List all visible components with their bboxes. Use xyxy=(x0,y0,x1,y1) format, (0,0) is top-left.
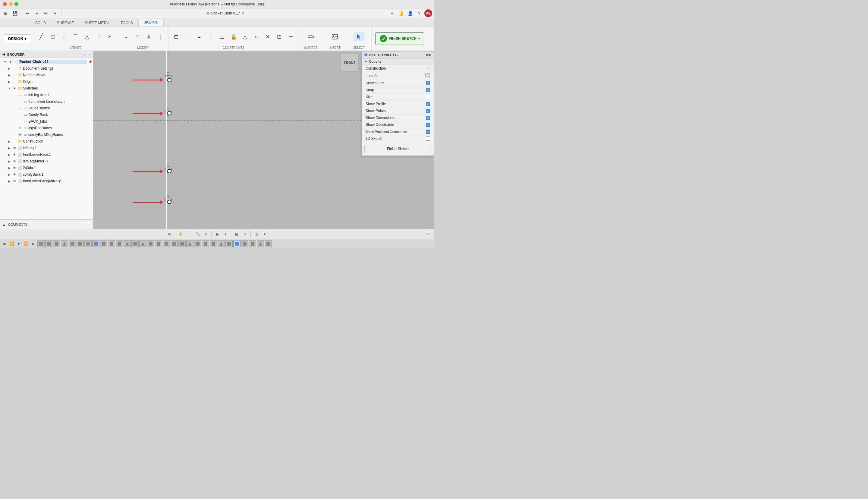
eye-icon[interactable]: 👁 xyxy=(12,153,17,157)
eye-hidden-icon[interactable]: — xyxy=(17,119,22,123)
expand-icon[interactable]: ▶ xyxy=(7,73,11,77)
show-constraints-checkbox[interactable]: ✓ xyxy=(426,123,430,127)
lock-tool[interactable]: 🔒 xyxy=(228,33,239,41)
symmetry-tool[interactable]: ⊡ xyxy=(274,33,285,41)
sketch-point-2[interactable] xyxy=(167,111,171,115)
expand-icon[interactable]: ▶ xyxy=(7,172,11,177)
timeline-item-27[interactable] xyxy=(241,240,248,247)
close-window-btn[interactable] xyxy=(3,2,7,6)
help-btn[interactable]: ? xyxy=(415,9,423,17)
tree-item-left-leg-1[interactable]: ▶ 👁 ⬜ leftLeg:1 xyxy=(0,145,93,151)
tab-surface[interactable]: SURFACE xyxy=(52,19,79,26)
tree-item-left-leg-mirror-1[interactable]: ▶ 👁 ⬜ leftLeg(Mirror):1 xyxy=(0,158,93,165)
redo-btn[interactable]: ↪ xyxy=(42,9,50,17)
line2-tool[interactable]: ⟋ xyxy=(93,33,104,41)
timeline-item-22[interactable] xyxy=(202,240,209,247)
pan-btn[interactable]: ✋ xyxy=(177,231,184,238)
eye-hidden-icon[interactable]: — xyxy=(17,93,22,97)
timeline-item-9[interactable] xyxy=(100,240,107,247)
tree-item-left-leg-sketch[interactable]: — ▭ left leg sketch xyxy=(0,92,93,98)
tree-item-front-lower-face-1[interactable]: ▶ 👁 ⬜ frontLowerFace:1 xyxy=(0,151,93,158)
finish-sketch-palette-btn[interactable]: Finish Sketch xyxy=(364,145,431,153)
project-tool[interactable]: ⇓ xyxy=(144,33,154,41)
timeline-next-btn[interactable]: ⏩ xyxy=(23,241,29,247)
palette-row-construction[interactable]: Construction ◁ xyxy=(362,65,434,72)
tree-item-comfy-back-dog-bones[interactable]: 👁 ▭ comfyBackDogBones xyxy=(0,131,93,138)
midpoint-tool[interactable]: △ xyxy=(240,33,250,41)
trim-tool[interactable]: ✂ xyxy=(105,33,115,40)
timeline-item-18[interactable] xyxy=(171,240,178,247)
palette-row-look-at[interactable]: Look At xyxy=(362,72,434,80)
timeline-item-17[interactable] xyxy=(163,240,170,247)
project2-tool[interactable]: ∣ xyxy=(155,33,166,41)
timeline-item-5[interactable] xyxy=(69,240,76,247)
tree-item-comfy-back-1[interactable]: ▶ 👁 ⬜ comfyBack:1 xyxy=(0,171,93,178)
expand-icon[interactable]: ▶ xyxy=(7,80,11,84)
browser-collapse-btn[interactable]: ◀ xyxy=(2,52,5,56)
show-profile-checkbox[interactable]: ✓ xyxy=(426,102,430,106)
parallel-tool[interactable]: ∥ xyxy=(205,33,216,41)
snap-tool-btn[interactable]: ⊕ xyxy=(166,231,173,238)
tree-item-comfy-back[interactable]: — ▭ Comfy Back xyxy=(0,111,93,118)
timeline-last-btn[interactable]: ⏭ xyxy=(30,241,37,247)
canvas-area[interactable]: ⚠ FRONT SKETCH PALETTE ▶▶ ▼ Options Cons… xyxy=(94,51,434,229)
palette-row-show-dimensions[interactable]: Show Dimensions ✓ xyxy=(362,114,434,121)
palette-row-show-projected-geometries[interactable]: Show Projected Geometries ✓ xyxy=(362,129,434,135)
new-tab-btn[interactable]: + xyxy=(388,9,396,17)
timeline-item-13[interactable] xyxy=(131,240,139,247)
display-mode-btn[interactable]: ◉ xyxy=(213,231,221,238)
eye-icon[interactable]: 👁 xyxy=(17,126,22,130)
close-tab-btn[interactable]: ✕ xyxy=(241,11,244,15)
timeline-item-29[interactable] xyxy=(257,240,264,247)
viewcube[interactable]: FRONT xyxy=(341,54,359,72)
show-dimensions-checkbox[interactable]: ✓ xyxy=(426,116,430,120)
timeline-item-24[interactable] xyxy=(218,240,225,247)
tree-item-origin[interactable]: ▶ 📁 Origin xyxy=(0,78,93,85)
zoom-btn[interactable]: 🔍 xyxy=(194,231,201,238)
options-section-header[interactable]: ▼ Options xyxy=(362,59,434,65)
timeline-item-8[interactable] xyxy=(92,240,99,247)
3d-sketch-checkbox[interactable] xyxy=(426,136,430,141)
expand-icon[interactable]: ▶ xyxy=(7,66,11,71)
offset-tool[interactable]: ⊂ xyxy=(132,33,143,41)
eye-icon[interactable]: 👁 xyxy=(8,60,13,64)
env-dropdown[interactable]: ▾ xyxy=(261,231,268,238)
sketch-point-4[interactable] xyxy=(167,200,171,204)
finish-sketch-ribbon-btn[interactable]: FINISH SKETCH ▾ xyxy=(375,32,424,45)
undo-dropdown[interactable]: ▾ xyxy=(33,9,41,17)
show-points-checkbox[interactable]: ✓ xyxy=(426,109,430,113)
timeline-play-btn[interactable]: ▶ xyxy=(16,241,22,247)
slice-checkbox[interactable] xyxy=(426,95,430,99)
expand-icon[interactable]: ▶ xyxy=(7,166,11,170)
tree-item-doc-settings[interactable]: ▶ ⚙ Document Settings xyxy=(0,65,93,72)
sketch-grid-checkbox[interactable]: ✓ xyxy=(426,81,430,85)
redo-dropdown[interactable]: ▾ xyxy=(51,9,59,17)
timeline-item-25[interactable] xyxy=(225,240,233,247)
palette-row-snap[interactable]: Snap ✓ xyxy=(362,87,434,94)
timeline-item-6[interactable] xyxy=(76,240,84,247)
timeline-item-28[interactable] xyxy=(249,240,256,247)
eye-icon[interactable]: 👁 xyxy=(12,86,17,90)
timeline-first-btn[interactable]: ⏮ xyxy=(1,241,8,247)
select-btn[interactable] xyxy=(354,32,364,41)
zoom-dropdown[interactable]: ▾ xyxy=(202,231,209,238)
browser-settings-btn[interactable]: ⋮ xyxy=(83,52,86,56)
tree-item-front-lower-face-mirror-1[interactable]: ▶ 👁 ⬜ frontLowerFace(Mirror):1 xyxy=(0,178,93,184)
maximize-window-btn[interactable] xyxy=(14,2,19,6)
minimize-window-btn[interactable] xyxy=(9,2,13,6)
equal-tool[interactable]: = xyxy=(194,33,205,41)
timeline-item-20[interactable] xyxy=(186,240,194,247)
pin-icon[interactable]: 📌 xyxy=(88,60,92,64)
comments-resize[interactable]: ⠿ xyxy=(88,222,91,226)
timeline-item-10[interactable] xyxy=(108,240,115,247)
tree-item-2a3da-1[interactable]: ▶ 👁 ⬜ 2a3da:1 xyxy=(0,165,93,171)
expand-icon[interactable]: ▶ xyxy=(7,153,11,157)
timeline-item-7[interactable] xyxy=(84,240,91,247)
show-projected-checkbox[interactable]: ✓ xyxy=(426,130,430,134)
eye-hidden-icon[interactable]: — xyxy=(17,99,22,104)
insert-image-btn[interactable] xyxy=(329,32,340,41)
comments-collapse-btn[interactable]: ▲ xyxy=(2,223,6,226)
eye-icon[interactable]: 👁 xyxy=(12,179,17,183)
line-tool[interactable]: ╱ xyxy=(36,33,47,41)
sketch-point-3[interactable] xyxy=(167,169,171,173)
